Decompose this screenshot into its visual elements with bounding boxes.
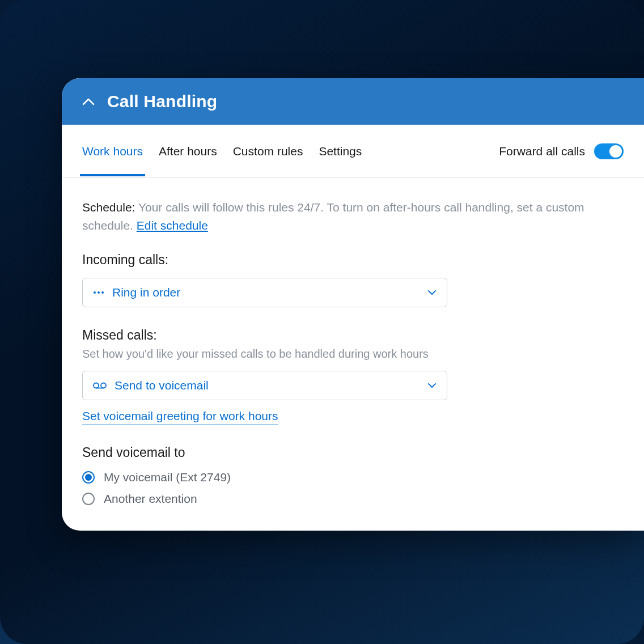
more-horizontal-icon: [93, 291, 104, 294]
chevron-down-icon: [427, 287, 437, 298]
voicemail-to-radio-group: My voicemail (Ext 2749) Another extentio…: [82, 471, 624, 506]
incoming-calls-title: Incoming calls:: [82, 252, 624, 268]
chevron-down-icon: [427, 380, 437, 391]
panel-title: Call Handling: [107, 92, 217, 111]
tab-custom-rules[interactable]: Custom rules: [233, 126, 303, 176]
voicemail-icon: [93, 382, 107, 389]
tabs: Work hours After hours Custom rules Sett…: [82, 126, 362, 176]
svg-point-3: [94, 383, 99, 388]
edit-schedule-link[interactable]: Edit schedule: [137, 219, 208, 232]
svg-point-1: [98, 291, 100, 294]
radio-my-voicemail[interactable]: My voicemail (Ext 2749): [82, 471, 624, 484]
forward-all-calls-toggle[interactable]: [594, 143, 624, 159]
incoming-calls-select[interactable]: Ring in order: [82, 278, 447, 307]
radio-another-extension[interactable]: Another extention: [82, 492, 624, 506]
switch-knob: [609, 145, 622, 158]
missed-calls-block: Missed calls: Set how you'd like your mi…: [82, 328, 624, 425]
send-voicemail-to-title: Send voicemail to: [82, 445, 624, 460]
forward-all-calls-control: Forward all calls: [499, 143, 624, 159]
tabs-row: Work hours After hours Custom rules Sett…: [62, 125, 644, 178]
panel-body: Schedule: Your calls will follow this ru…: [62, 178, 644, 531]
chevron-up-icon: [82, 95, 95, 108]
send-voicemail-to-block: Send voicemail to My voicemail (Ext 2749…: [82, 445, 624, 506]
schedule-row: Schedule: Your calls will follow this ru…: [82, 198, 624, 234]
incoming-calls-value: Ring in order: [112, 286, 420, 299]
incoming-calls-block: Incoming calls: Ring in order: [82, 252, 624, 307]
radio-selected-icon: [82, 471, 95, 484]
call-handling-panel: Call Handling Work hours After hours Cus…: [62, 78, 644, 531]
radio-label: My voicemail (Ext 2749): [104, 471, 231, 484]
missed-calls-value: Send to voicemail: [115, 379, 420, 392]
tab-after-hours[interactable]: After hours: [159, 126, 217, 176]
panel-header[interactable]: Call Handling: [62, 78, 644, 125]
missed-calls-description: Set how you'd like your missed calls to …: [82, 348, 624, 361]
app-background: Call Handling Work hours After hours Cus…: [0, 0, 644, 644]
set-voicemail-greeting-link[interactable]: Set voicemail greeting for work hours: [82, 409, 278, 425]
forward-all-calls-label: Forward all calls: [499, 145, 585, 158]
missed-calls-title: Missed calls:: [82, 328, 624, 343]
schedule-label: Schedule:: [82, 201, 135, 214]
svg-point-4: [101, 383, 106, 388]
svg-point-0: [94, 291, 96, 294]
missed-calls-select[interactable]: Send to voicemail: [82, 371, 447, 400]
svg-point-2: [101, 291, 104, 294]
radio-unselected-icon: [82, 493, 95, 505]
tab-settings[interactable]: Settings: [319, 126, 362, 176]
tab-work-hours[interactable]: Work hours: [82, 126, 143, 176]
radio-label: Another extention: [104, 492, 197, 506]
